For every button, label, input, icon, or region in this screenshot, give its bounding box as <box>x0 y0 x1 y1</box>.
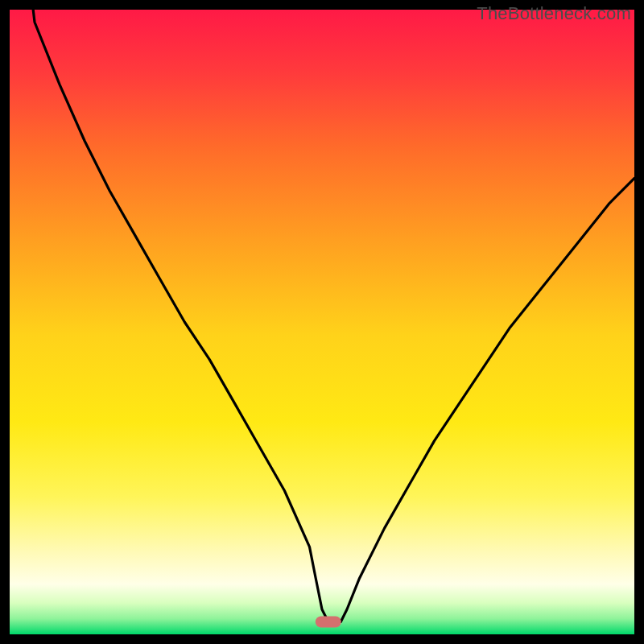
watermark-text: TheBottleneck.com <box>477 3 631 24</box>
gradient-background <box>10 10 634 634</box>
chart-frame <box>10 10 634 634</box>
bottleneck-chart <box>10 10 634 634</box>
optimal-marker <box>316 617 341 628</box>
